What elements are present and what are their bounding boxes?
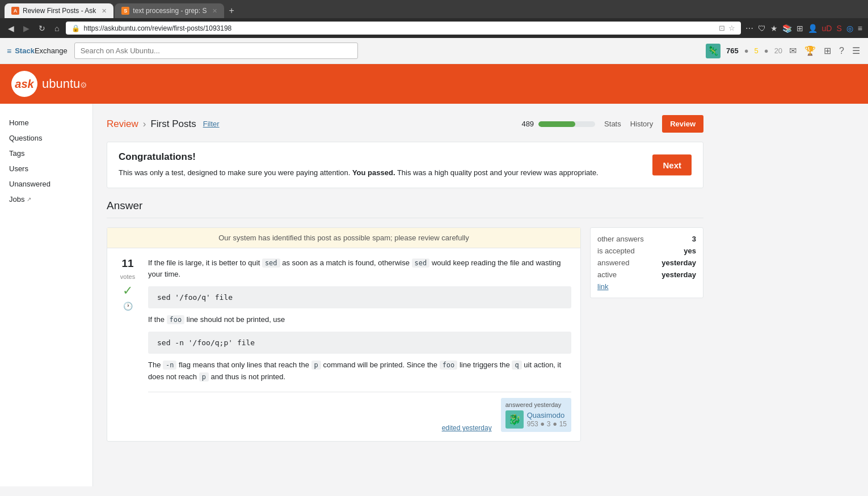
rep-separator2: ●: [764, 46, 769, 55]
congrats-text-part1: This was only a test, designed to make s…: [119, 168, 350, 177]
tab2-close[interactable]: ✕: [212, 7, 217, 15]
sed-inline-1: sed: [262, 258, 280, 268]
active-label: active: [597, 270, 617, 279]
review-progress-count: 489: [521, 120, 534, 128]
address-bar-icons: ⊡ ☆: [719, 24, 735, 32]
answer-text-3: The -n flag means that only lines that r…: [148, 359, 571, 383]
congrats-text-bold: You passed.: [352, 168, 395, 177]
other-answers-value: 3: [692, 235, 696, 243]
se-logo[interactable]: ≡ StackExchange: [7, 46, 68, 56]
sidebar-tags-label: Tags: [9, 149, 24, 158]
author-details: Quasimodo 953 ● 3 ● 15: [527, 411, 567, 428]
code-block-2: sed -n '/foo/q;p' file: [148, 332, 571, 354]
au-logo-circle: ask: [11, 71, 37, 97]
forward-button[interactable]: ▶: [21, 23, 32, 34]
sidebar-home-label: Home: [9, 118, 29, 127]
user-avatar[interactable]: 🦎: [706, 44, 720, 58]
browser-tab-1[interactable]: A Review First Posts - Ask ✕: [5, 3, 113, 18]
star-icon: ★: [770, 24, 778, 33]
se-search-input[interactable]: [74, 43, 358, 59]
stat-row-answered: answered yesterday: [597, 258, 696, 267]
sidebar: Home Questions Tags Users Unanswered Job…: [0, 104, 93, 486]
author-sep1: ●: [540, 419, 545, 428]
achievements-icon[interactable]: 🏆: [803, 44, 817, 57]
answer-content: If the file is large, it is better to qu…: [148, 257, 571, 433]
answer-meta: edited yesterday answered yesterday 🐉 Qu…: [148, 392, 571, 432]
review-progress-fill: [538, 121, 575, 127]
review-history-link[interactable]: History: [630, 120, 653, 128]
extensions-icon: ⋯: [745, 24, 753, 33]
sidebar-item-questions[interactable]: Questions: [0, 130, 92, 146]
answer-text-2: If the foo line should not be printed, u…: [148, 314, 571, 326]
author-name[interactable]: Quasimodo: [527, 411, 564, 419]
inbox-icon[interactable]: ✉: [788, 44, 798, 57]
sed-inline-2: sed: [412, 258, 430, 268]
tab1-close[interactable]: ✕: [102, 7, 107, 15]
stat-link[interactable]: link: [597, 282, 696, 291]
address-bar[interactable]: 🔒 https://askubuntu.com/review/first-pos…: [66, 22, 740, 35]
author-sep2: ●: [553, 419, 557, 428]
ext2-icon: S: [836, 24, 841, 33]
is-accepted-value: yes: [684, 247, 696, 255]
answer-main: Our system has identified this post as p…: [107, 227, 581, 442]
se-logo-icon: ≡: [7, 46, 11, 56]
menu-icon: ≡: [858, 24, 862, 33]
author-silver: 3: [547, 420, 551, 428]
review-icon[interactable]: ⊞: [823, 44, 832, 57]
sidebar-item-users[interactable]: Users: [0, 161, 92, 176]
congrats-text: This was only a test, designed to make s…: [119, 167, 692, 179]
home-button[interactable]: ⌂: [52, 23, 61, 34]
jobs-external-icon: ↗: [27, 196, 31, 202]
shield-icon: 🛡: [758, 24, 766, 33]
back-button[interactable]: ◀: [6, 23, 16, 34]
main-container: Home Questions Tags Users Unanswered Job…: [0, 104, 868, 486]
stat-row-other-answers: other answers 3: [597, 235, 696, 243]
lock-icon: 🔒: [71, 24, 80, 32]
browser-tab-2[interactable]: S text processing - grep: S ✕: [115, 3, 224, 18]
answer-text-2-p1: If the: [148, 315, 165, 324]
review-breadcrumb-link[interactable]: Review: [107, 118, 138, 130]
answer-text-2-p2: line should not be printed, use: [187, 315, 285, 324]
foo-inline-2: foo: [440, 361, 458, 370]
answer-sidebar: other answers 3 is accepted yes answered…: [590, 227, 703, 442]
vote-history-icon[interactable]: 🕐: [123, 302, 133, 311]
stat-row-accepted: is accepted yes: [597, 247, 696, 255]
review-button[interactable]: Review: [662, 115, 703, 133]
sidebar-item-unanswered[interactable]: Unanswered: [0, 176, 92, 192]
reload-button[interactable]: ↻: [36, 23, 48, 34]
bookmark-icon: ☆: [728, 24, 735, 32]
review-filter-link[interactable]: Filter: [203, 120, 220, 128]
silver-badge-count: 20: [774, 46, 782, 55]
answered-value: yesterday: [661, 258, 696, 267]
content-area: Review › First Posts Filter 489 Stats Hi…: [93, 104, 717, 486]
hamburger-icon[interactable]: ☰: [851, 44, 861, 57]
sidebar-item-jobs[interactable]: Jobs ↗: [0, 192, 92, 207]
sidebar-item-home[interactable]: Home: [0, 115, 92, 130]
tab2-title: text processing - grep: S: [133, 7, 207, 15]
profile-icon: 👤: [808, 24, 818, 33]
user-rep: 765: [726, 46, 739, 55]
au-logo[interactable]: ask ubuntu⚙: [11, 71, 857, 97]
author-info: 🐉 Quasimodo 953 ● 3 ● 15: [505, 410, 567, 429]
au-logo-text: ubuntu⚙: [42, 77, 87, 91]
se-header-icons: ✉ 🏆 ⊞ ? ☰: [788, 44, 861, 57]
vote-section: 11 votes ✓ 🕐: [116, 257, 139, 433]
author-avatar[interactable]: 🐉: [505, 410, 524, 429]
review-stats-link[interactable]: Stats: [604, 120, 621, 128]
next-button[interactable]: Next: [652, 154, 692, 175]
vote-label: votes: [120, 273, 135, 280]
browser-right-icons: ⋯ 🛡 ★ 📚 ⊞ 👤 uD S ◎ ≡: [745, 24, 862, 33]
answer-text-3-p2: flag means that only lines that reach th…: [179, 361, 309, 369]
p-inline-2: p: [199, 372, 209, 381]
answered-time: answered yesterday: [505, 401, 567, 408]
sidebar-users-label: Users: [9, 164, 28, 173]
author-rep: 953: [527, 420, 538, 428]
answer-text-1: If the file is large, it is better to qu…: [148, 257, 571, 281]
help-icon[interactable]: ?: [838, 45, 845, 57]
answer-text-3-p3: command will be printed. Since the: [323, 361, 437, 369]
reader-icon: ⊡: [719, 24, 725, 32]
edited-link[interactable]: edited yesterday: [442, 424, 492, 432]
tab2-favicon: S: [121, 7, 129, 15]
new-tab-button[interactable]: +: [225, 5, 237, 17]
sidebar-item-tags[interactable]: Tags: [0, 146, 92, 161]
